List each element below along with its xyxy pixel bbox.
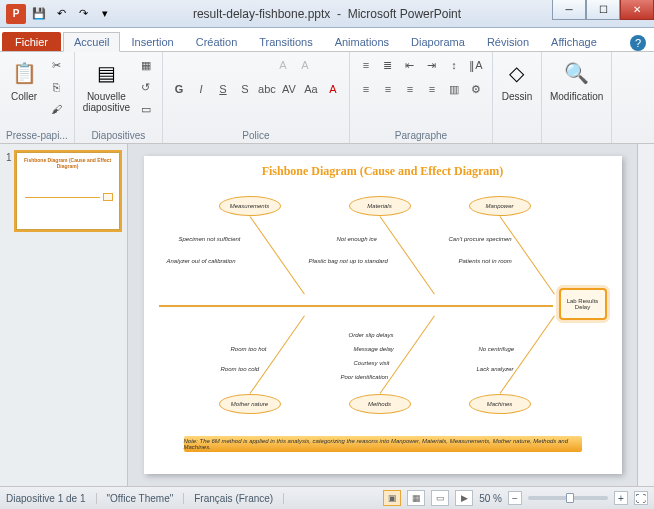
cause-text: Order slip delays bbox=[349, 332, 394, 338]
qat-dropdown-icon[interactable]: ▾ bbox=[96, 5, 114, 23]
smartart-icon[interactable]: ⚙ bbox=[466, 79, 486, 99]
tab-creation[interactable]: Création bbox=[185, 32, 249, 51]
grow-font-icon[interactable]: A bbox=[273, 55, 293, 75]
shapes-icon: ◇ bbox=[501, 57, 533, 89]
shrink-font-icon[interactable]: A bbox=[295, 55, 315, 75]
thumbnail-number: 1 bbox=[6, 152, 12, 230]
font-size-select[interactable] bbox=[241, 55, 271, 75]
vertical-scrollbar[interactable] bbox=[637, 144, 654, 486]
columns-icon[interactable]: ▥ bbox=[444, 79, 464, 99]
editing-button[interactable]: 🔍 Modification bbox=[548, 55, 605, 104]
zoom-in-button[interactable]: + bbox=[614, 491, 628, 505]
window-controls: ─ ☐ ✕ bbox=[552, 0, 654, 27]
view-reading-icon[interactable]: ▭ bbox=[431, 490, 449, 506]
cause-text: Message delay bbox=[354, 346, 394, 352]
shadow-icon[interactable]: abc bbox=[257, 79, 277, 99]
char-spacing-icon[interactable]: AV bbox=[279, 79, 299, 99]
format-painter-icon[interactable]: 🖌 bbox=[46, 99, 66, 119]
quick-access-toolbar: P 💾 ↶ ↷ ▾ bbox=[0, 4, 114, 24]
clipboard-icon: 📋 bbox=[8, 57, 40, 89]
zoom-slider[interactable] bbox=[528, 496, 608, 500]
zoom-level: 50 % bbox=[479, 493, 502, 504]
increase-indent-icon[interactable]: ⇥ bbox=[422, 55, 442, 75]
tab-affichage[interactable]: Affichage bbox=[540, 32, 608, 51]
bone bbox=[379, 315, 434, 393]
new-slide-button[interactable]: ▤ Nouvelle diapositive bbox=[81, 55, 132, 115]
window-title: result-delay-fishbone.pptx - Microsoft P… bbox=[193, 7, 461, 21]
drawing-button[interactable]: ◇ Dessin bbox=[499, 55, 535, 104]
powerpoint-logo-icon: P bbox=[6, 4, 26, 24]
redo-icon[interactable]: ↷ bbox=[74, 5, 92, 23]
copy-icon[interactable]: ⎘ bbox=[46, 77, 66, 97]
cause-text: Lack analyzer bbox=[477, 366, 514, 372]
view-slideshow-icon[interactable]: ▶ bbox=[455, 490, 473, 506]
fishbone-spine bbox=[159, 305, 553, 307]
align-right-icon[interactable]: ≡ bbox=[400, 79, 420, 99]
font-family-select[interactable] bbox=[169, 55, 239, 75]
tab-transitions[interactable]: Transitions bbox=[248, 32, 323, 51]
tab-file[interactable]: Fichier bbox=[2, 32, 61, 51]
find-icon: 🔍 bbox=[561, 57, 593, 89]
align-center-icon[interactable]: ≡ bbox=[378, 79, 398, 99]
decrease-indent-icon[interactable]: ⇤ bbox=[400, 55, 420, 75]
bullets-icon[interactable]: ≡ bbox=[356, 55, 376, 75]
titlebar: P 💾 ↶ ↷ ▾ result-delay-fishbone.pptx - M… bbox=[0, 0, 654, 28]
cause-text: No centrifuge bbox=[479, 346, 515, 352]
status-slide-info: Diapositive 1 de 1 bbox=[6, 493, 97, 504]
numbering-icon[interactable]: ≣ bbox=[378, 55, 398, 75]
slide-title: Fishbone Diagram (Cause and Effect Diagr… bbox=[144, 156, 622, 179]
tab-revision[interactable]: Révision bbox=[476, 32, 540, 51]
line-spacing-icon[interactable]: ↕ bbox=[444, 55, 464, 75]
cause-text: Analyzer out of calibration bbox=[167, 258, 236, 264]
justify-icon[interactable]: ≡ bbox=[422, 79, 442, 99]
bone bbox=[249, 216, 304, 294]
statusbar: Diapositive 1 de 1 "Office Theme" França… bbox=[0, 486, 654, 509]
paste-button[interactable]: 📋 Coller bbox=[6, 55, 42, 104]
workspace: 1 Fishbone Diagram (Cause and Effect Dia… bbox=[0, 144, 654, 486]
zoom-out-button[interactable]: − bbox=[508, 491, 522, 505]
slide-note: Note: The 6M method is applied in this a… bbox=[184, 436, 582, 452]
close-button[interactable]: ✕ bbox=[620, 0, 654, 20]
cause-text: Patients not in room bbox=[459, 258, 512, 264]
underline-icon[interactable]: S bbox=[213, 79, 233, 99]
new-slide-icon: ▤ bbox=[90, 57, 122, 89]
ribbon-tabs: Fichier Accueil Insertion Création Trans… bbox=[0, 28, 654, 52]
font-color-icon[interactable]: A bbox=[323, 79, 343, 99]
section-icon[interactable]: ▭ bbox=[136, 99, 156, 119]
tab-insertion[interactable]: Insertion bbox=[120, 32, 184, 51]
slide-canvas[interactable]: Fishbone Diagram (Cause and Effect Diagr… bbox=[144, 156, 622, 474]
layout-icon[interactable]: ▦ bbox=[136, 55, 156, 75]
align-left-icon[interactable]: ≡ bbox=[356, 79, 376, 99]
view-sorter-icon[interactable]: ▦ bbox=[407, 490, 425, 506]
maximize-button[interactable]: ☐ bbox=[586, 0, 620, 20]
tab-animations[interactable]: Animations bbox=[324, 32, 400, 51]
category-materials: Materials bbox=[349, 196, 411, 216]
change-case-icon[interactable]: Aa bbox=[301, 79, 321, 99]
view-normal-icon[interactable]: ▣ bbox=[383, 490, 401, 506]
tab-diaporama[interactable]: Diaporama bbox=[400, 32, 476, 51]
status-language[interactable]: Français (France) bbox=[194, 493, 284, 504]
fit-window-icon[interactable]: ⛶ bbox=[634, 491, 648, 505]
ribbon-group-clipboard: 📋 Coller ✂ ⎘ 🖌 Presse-papi... bbox=[0, 52, 75, 143]
slide-thumbnail-1[interactable]: Fishbone Diagram (Cause and Effect Diagr… bbox=[16, 152, 120, 230]
tab-accueil[interactable]: Accueil bbox=[63, 32, 120, 52]
bone bbox=[249, 315, 304, 393]
category-methods: Methods bbox=[349, 394, 411, 414]
ribbon-group-editing: 🔍 Modification bbox=[542, 52, 612, 143]
text-direction-icon[interactable]: ‖A bbox=[466, 55, 486, 75]
save-icon[interactable]: 💾 bbox=[30, 5, 48, 23]
bold-icon[interactable]: G bbox=[169, 79, 189, 99]
fishbone-diagram: Lab Results Delay Measurements Materials… bbox=[159, 196, 607, 414]
reset-icon[interactable]: ↺ bbox=[136, 77, 156, 97]
status-theme: "Office Theme" bbox=[107, 493, 185, 504]
help-icon[interactable]: ? bbox=[630, 35, 646, 51]
slide-editor[interactable]: Fishbone Diagram (Cause and Effect Diagr… bbox=[128, 144, 637, 486]
italic-icon[interactable]: I bbox=[191, 79, 211, 99]
cut-icon[interactable]: ✂ bbox=[46, 55, 66, 75]
cause-text: Room too cold bbox=[221, 366, 260, 372]
ribbon-group-slides: ▤ Nouvelle diapositive ▦ ↺ ▭ Diapositive… bbox=[75, 52, 163, 143]
minimize-button[interactable]: ─ bbox=[552, 0, 586, 20]
undo-icon[interactable]: ↶ bbox=[52, 5, 70, 23]
cause-text: Can't procure specimen bbox=[449, 236, 512, 242]
strikethrough-icon[interactable]: S bbox=[235, 79, 255, 99]
